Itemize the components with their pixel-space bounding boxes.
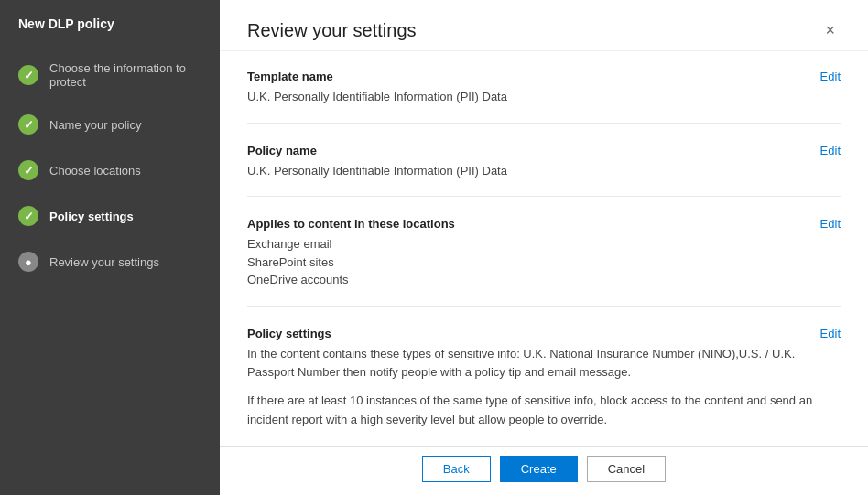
policy-settings-label: Policy settings <box>247 327 331 340</box>
sidebar-item-label-policy-settings: Policy settings <box>49 210 134 223</box>
locations-header: Applies to content in these locations Ed… <box>247 217 841 231</box>
template-name-edit-link[interactable]: Edit <box>820 70 841 83</box>
step-icon-name-policy: ✓ <box>18 114 38 135</box>
template-name-label: Template name <box>247 70 333 83</box>
policy-name-header: Policy name Edit <box>247 144 841 157</box>
policy-settings-desc2: If there are at least 10 instances of th… <box>247 392 841 430</box>
page-title: Review your settings <box>247 20 417 41</box>
location-onedrive: OneDrive accounts <box>247 271 841 289</box>
checkmark-icon-3: ✓ <box>24 164 34 178</box>
template-name-header: Template name Edit <box>247 70 841 83</box>
template-name-value: U.K. Personally Identifiable Information… <box>247 88 841 106</box>
step-icon-review-settings: ● <box>18 252 38 272</box>
cancel-button[interactable]: Cancel <box>587 456 666 482</box>
step-icon-choose-info: ✓ <box>18 65 38 85</box>
sidebar-item-choose-locations[interactable]: ✓ Choose locations <box>0 147 220 193</box>
policy-settings-header: Policy settings Edit <box>247 327 841 340</box>
create-button[interactable]: Create <box>500 456 578 482</box>
sidebar-item-policy-settings[interactable]: ✓ Policy settings <box>0 193 220 239</box>
close-button[interactable]: × <box>819 20 841 40</box>
step-icon-choose-locations: ✓ <box>18 160 38 180</box>
sidebar-item-name-policy[interactable]: ✓ Name your policy <box>0 102 220 147</box>
main-footer: Back Create Cancel <box>220 446 868 495</box>
policy-name-label: Policy name <box>247 144 317 157</box>
checkmark-icon-4: ✓ <box>24 210 34 223</box>
step-icon-policy-settings: ✓ <box>18 206 38 226</box>
checkmark-icon: ✓ <box>24 69 34 82</box>
sidebar-item-label-choose-info: Choose the information to protect <box>49 61 201 89</box>
checkmark-icon-2: ✓ <box>24 118 34 132</box>
main-header: Review your settings × <box>220 0 868 51</box>
sidebar-item-review-settings[interactable]: ● Review your settings <box>0 239 220 285</box>
policy-name-edit-link[interactable]: Edit <box>820 144 841 157</box>
policy-settings-edit-link[interactable]: Edit <box>820 327 841 340</box>
sidebar-item-choose-info[interactable]: ✓ Choose the information to protect <box>0 48 220 102</box>
template-name-section: Template name Edit U.K. Personally Ident… <box>247 70 841 124</box>
back-button[interactable]: Back <box>422 456 491 482</box>
main-content: Review your settings × Template name Edi… <box>220 0 868 495</box>
locations-section: Applies to content in these locations Ed… <box>247 217 841 307</box>
location-sharepoint: SharePoint sites <box>247 253 841 272</box>
pending-dot-icon: ● <box>25 255 32 269</box>
policy-name-section: Policy name Edit U.K. Personally Identif… <box>247 144 841 198</box>
location-exchange: Exchange email <box>247 235 841 253</box>
sidebar-item-label-choose-locations: Choose locations <box>49 164 141 178</box>
locations-label: Applies to content in these locations <box>247 217 455 231</box>
sidebar-item-label-name-policy: Name your policy <box>49 118 141 132</box>
main-body: Template name Edit U.K. Personally Ident… <box>220 51 868 446</box>
policy-settings-desc1: In the content contains these types of s… <box>247 345 841 383</box>
policy-settings-section: Policy settings Edit In the content cont… <box>247 327 841 447</box>
sidebar-item-label-review-settings: Review your settings <box>49 255 159 269</box>
policy-name-value: U.K. Personally Identifiable Information… <box>247 162 841 180</box>
locations-values: Exchange email SharePoint sites OneDrive… <box>247 235 841 289</box>
sidebar-title: New DLP policy <box>0 0 220 48</box>
locations-edit-link[interactable]: Edit <box>820 217 841 231</box>
sidebar: New DLP policy ✓ Choose the information … <box>0 0 220 495</box>
